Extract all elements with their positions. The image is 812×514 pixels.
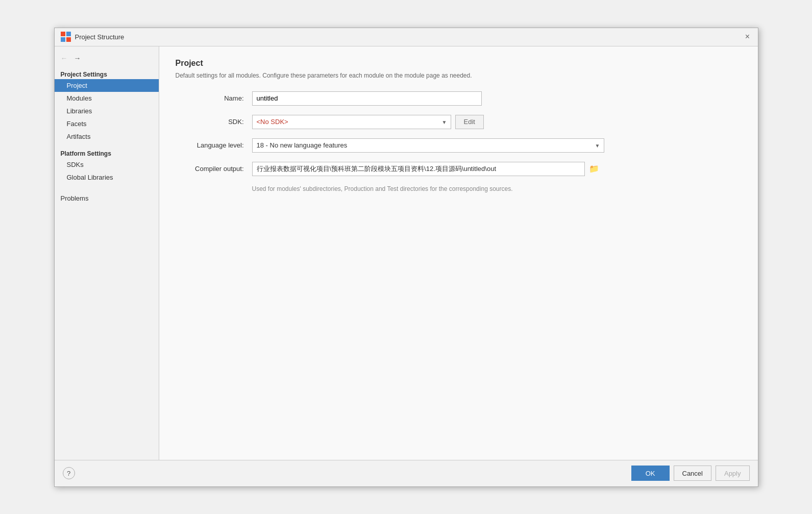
title-bar: Project Structure × <box>55 28 758 46</box>
main-content: Project Default settings for all modules… <box>159 46 758 460</box>
dialog-body: ← → Project Settings Project Modules Lib… <box>55 46 758 460</box>
compiler-controls: 📁 <box>252 162 601 176</box>
ok-button[interactable]: OK <box>631 466 670 481</box>
name-row: Name: <box>176 91 742 106</box>
dialog-title: Project Structure <box>75 33 125 41</box>
project-structure-dialog: Project Structure × ← → Project Settings… <box>54 28 758 487</box>
svg-rect-3 <box>66 37 71 42</box>
sidebar-item-global-libraries[interactable]: Global Libraries <box>55 171 159 184</box>
svg-rect-1 <box>66 32 71 36</box>
sdk-controls: <No SDK> ▼ Edit <box>252 115 484 129</box>
sidebar-divider <box>55 143 159 147</box>
svg-rect-0 <box>61 32 65 36</box>
app-logo-icon <box>61 32 71 42</box>
folder-icon: 📁 <box>589 164 599 174</box>
name-label: Name: <box>176 94 252 102</box>
dialog-footer: ? OK Cancel Apply <box>55 460 758 486</box>
language-level-select[interactable]: 18 - No new language features <box>252 138 604 153</box>
compiler-hint: Used for modules' subdirectories, Produc… <box>252 185 742 192</box>
cancel-button[interactable]: Cancel <box>674 466 711 481</box>
sidebar: ← → Project Settings Project Modules Lib… <box>55 46 159 460</box>
sidebar-item-modules[interactable]: Modules <box>55 92 159 105</box>
sidebar-divider-2 <box>55 184 159 188</box>
section-title: Project <box>176 59 742 68</box>
language-level-row: Language level: 18 - No new language fea… <box>176 138 742 153</box>
sidebar-item-sdks[interactable]: SDKs <box>55 158 159 171</box>
sdk-select[interactable]: <No SDK> <box>252 115 451 129</box>
help-button[interactable]: ? <box>63 467 75 479</box>
forward-button[interactable]: → <box>72 53 83 64</box>
compiler-output-input[interactable] <box>252 162 585 176</box>
sidebar-item-libraries[interactable]: Libraries <box>55 105 159 117</box>
sidebar-item-problems[interactable]: Problems <box>55 192 159 205</box>
sdk-row: SDK: <No SDK> ▼ Edit <box>176 115 742 129</box>
sidebar-divider-3 <box>55 188 159 192</box>
sdk-label: SDK: <box>176 118 252 126</box>
compiler-output-label: Compiler output: <box>176 165 252 173</box>
sidebar-item-artifacts[interactable]: Artifacts <box>55 130 159 143</box>
browse-folder-button[interactable]: 📁 <box>587 162 601 176</box>
sidebar-item-project[interactable]: Project <box>55 79 159 92</box>
section-subtitle: Default settings for all modules. Config… <box>176 72 742 79</box>
title-bar-left: Project Structure <box>61 32 125 42</box>
language-select-wrapper: 18 - No new language features ▼ <box>252 138 604 153</box>
apply-button[interactable]: Apply <box>716 466 750 481</box>
project-settings-header: Project Settings <box>55 68 159 79</box>
back-button[interactable]: ← <box>59 53 70 64</box>
edit-sdk-button[interactable]: Edit <box>455 115 484 129</box>
close-button[interactable]: × <box>744 33 752 41</box>
footer-left: ? <box>63 467 75 479</box>
name-input[interactable] <box>252 91 482 106</box>
nav-buttons: ← → <box>55 51 159 68</box>
sidebar-item-facets[interactable]: Facets <box>55 117 159 130</box>
sdk-select-wrapper: <No SDK> ▼ <box>252 115 451 129</box>
svg-rect-2 <box>61 37 65 42</box>
language-level-label: Language level: <box>176 141 252 149</box>
footer-right: OK Cancel Apply <box>631 466 750 481</box>
platform-settings-header: Platform Settings <box>55 147 159 158</box>
compiler-output-row: Compiler output: 📁 <box>176 162 742 176</box>
